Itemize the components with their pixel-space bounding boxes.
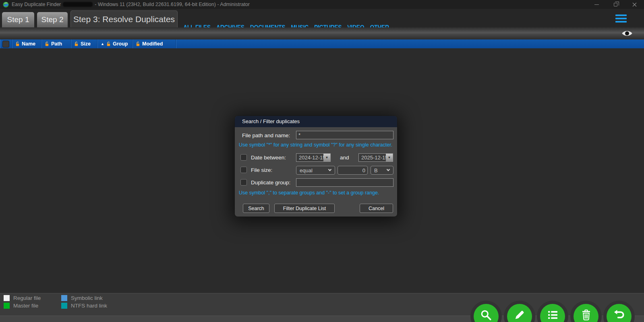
redacted-text — [63, 2, 93, 7]
dialog-titlebar: Search / Filter duplicates — [235, 116, 397, 127]
restore-button[interactable] — [606, 0, 625, 9]
search-filter-dialog: Search / Filter duplicates File path and… — [235, 116, 397, 217]
dropdown-arrow-icon: ▼ — [386, 154, 393, 161]
legend-symbolic-link: Symbolic link — [61, 295, 103, 301]
lock-icon — [106, 41, 111, 46]
column-header-path[interactable]: Path — [41, 39, 71, 48]
lock-icon — [136, 41, 140, 46]
column-label: Size — [81, 41, 91, 47]
undo-arrow-icon — [613, 309, 625, 320]
titlebar: Easy Duplicate Finder - Windows 11 (23H2… — [0, 0, 644, 9]
column-header-modified[interactable]: Modified — [133, 39, 176, 48]
eye-preview-icon[interactable] — [621, 30, 633, 37]
search-button[interactable]: Search — [243, 204, 269, 213]
column-header-name[interactable]: Name — [12, 39, 41, 48]
app-logo-icon — [3, 2, 9, 8]
app-window: Easy Duplicate Finder - Windows 11 (23H2… — [0, 0, 644, 322]
magnifier-icon — [480, 309, 492, 321]
date-from-value: 2024-12-15 — [299, 155, 326, 161]
date-between-label: Date between: — [251, 155, 286, 161]
lock-icon — [74, 41, 79, 46]
legend-label: Master file — [13, 303, 38, 309]
date-to-dropdown[interactable]: 2025-12-15 ▼ — [358, 153, 393, 162]
date-between-checkbox[interactable] — [240, 154, 247, 161]
chevron-down-icon — [387, 168, 390, 171]
list-icon — [547, 309, 559, 321]
menu-icon[interactable] — [615, 14, 627, 23]
dropdown-arrow-icon: ▼ — [323, 154, 330, 161]
size-value-input[interactable] — [338, 166, 368, 175]
legend-label: Regular file — [13, 295, 41, 301]
file-path-input[interactable] — [296, 131, 393, 139]
column-header-filler — [176, 39, 644, 48]
size-unit-select[interactable]: B — [371, 166, 393, 175]
date-to-value: 2025-12-15 — [361, 155, 388, 161]
lock-icon — [45, 41, 49, 46]
minimize-icon — [594, 4, 599, 5]
group-range-hint: Use symbol "," to separate groups and "-… — [239, 190, 379, 196]
column-label: Modified — [142, 41, 163, 47]
restore-icon — [614, 3, 617, 6]
file-size-checkbox[interactable] — [240, 167, 247, 173]
window-controls — [587, 0, 644, 9]
tab-step1[interactable]: Step 1 — [2, 12, 34, 27]
legend-label: NTFS hard link — [71, 303, 107, 309]
size-unit-value: B — [374, 167, 378, 173]
close-icon — [632, 2, 637, 7]
date-and-label: and — [340, 155, 349, 161]
column-label: Path — [51, 41, 62, 47]
duplicate-group-label: Duplicate group: — [251, 180, 290, 186]
symbolic-link-swatch — [61, 295, 67, 301]
file-size-label: File size: — [251, 167, 272, 173]
tab-step3-resolve-duplicates[interactable]: Step 3: Resolve Duplicates — [70, 10, 178, 27]
ntfs-hard-link-swatch — [61, 303, 67, 309]
legend-regular-file: Regular file — [4, 295, 41, 301]
close-button[interactable] — [625, 0, 644, 9]
lock-icon — [15, 41, 20, 46]
legend-master-file: Master file — [4, 303, 38, 309]
column-label: Name — [22, 41, 35, 47]
master-file-swatch — [4, 303, 10, 309]
legend-ntfs-hard-link: NTFS hard link — [61, 303, 107, 309]
sort-ascending-icon: ▲ — [101, 42, 104, 46]
column-header-size[interactable]: Size — [71, 39, 97, 48]
pencil-icon — [514, 309, 525, 320]
size-operator-value: equal — [300, 167, 313, 173]
duplicate-group-input[interactable] — [296, 178, 393, 187]
size-operator-select[interactable]: equal — [296, 166, 335, 175]
header-checkbox-cell — [0, 39, 12, 48]
duplicate-group-checkbox[interactable] — [240, 179, 247, 186]
window-title-app: Easy Duplicate Finder — [12, 2, 61, 7]
legend-label: Symbolic link — [71, 295, 103, 301]
select-all-checkbox[interactable] — [2, 41, 9, 47]
step-tabbar: Step 1 Step 2 Step 3: Resolve Duplicates… — [0, 9, 644, 27]
column-label: Group — [113, 41, 128, 47]
wildcard-hint: Use symbol "*" for any string and symbol… — [239, 142, 392, 148]
chevron-down-icon — [328, 168, 331, 171]
regular-file-swatch — [4, 295, 10, 301]
date-from-dropdown[interactable]: 2024-12-15 ▼ — [296, 153, 331, 162]
window-title-suffix: - Windows 11 (23H2, Build 22631.6199, 64… — [95, 2, 250, 7]
toolbar-strip — [0, 27, 644, 39]
file-path-label: File path and name: — [242, 132, 290, 138]
minimize-button[interactable] — [587, 0, 606, 9]
filter-duplicate-list-button[interactable]: Filter Duplicate List — [274, 204, 335, 213]
tab-step2[interactable]: Step 2 — [37, 12, 68, 27]
window-title: Easy Duplicate Finder - Windows 11 (23H2… — [12, 2, 250, 7]
trash-icon — [581, 309, 592, 321]
table-header: Name Path Size ▲ Group — [0, 39, 644, 48]
column-header-group[interactable]: ▲ Group — [97, 39, 133, 48]
cancel-button[interactable]: Cancel — [360, 204, 393, 213]
